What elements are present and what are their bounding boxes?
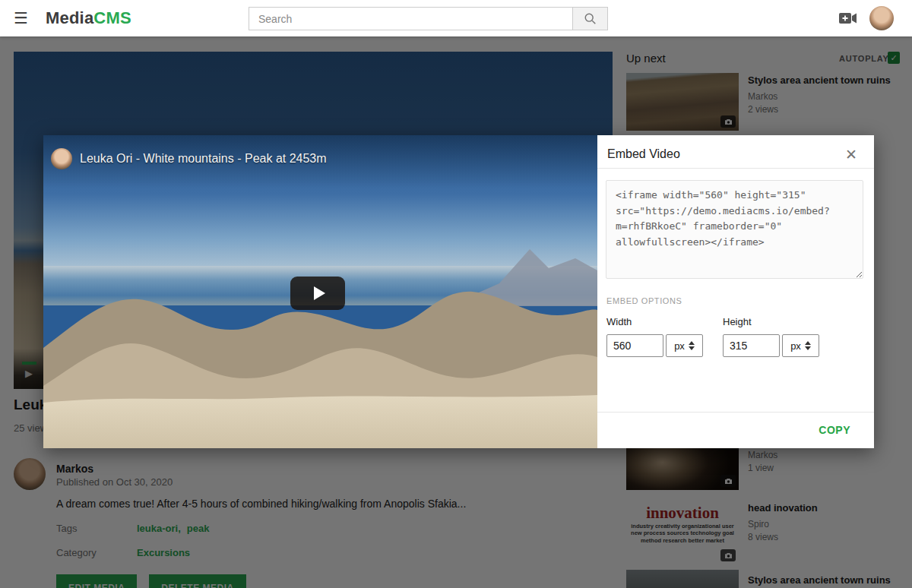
stepper-arrows-icon xyxy=(689,341,695,350)
height-input[interactable] xyxy=(723,334,780,357)
height-label: Height xyxy=(723,316,819,327)
height-unit-select[interactable]: px xyxy=(782,334,819,357)
play-icon xyxy=(314,286,325,300)
divider xyxy=(597,168,874,169)
embed-panel: Embed Video ✕ <iframe width="560" height… xyxy=(597,135,874,448)
copy-button[interactable]: COPY xyxy=(819,424,850,436)
stepper-arrows-icon xyxy=(805,341,811,350)
upload-media-button[interactable] xyxy=(839,12,857,27)
embed-video-modal: Leuka Ori - White mountains - Peak at 24… xyxy=(43,135,874,448)
search-button[interactable] xyxy=(572,7,608,30)
embed-code-textarea[interactable]: <iframe width="560" height="315" src="ht… xyxy=(606,180,863,279)
video-add-icon xyxy=(839,12,857,24)
divider xyxy=(597,412,874,413)
play-button[interactable] xyxy=(290,277,345,310)
embed-options-label: EMBED OPTIONS xyxy=(606,296,682,305)
search-input[interactable] xyxy=(249,7,572,30)
embed-preview-player[interactable]: Leuka Ori - White mountains - Peak at 24… xyxy=(43,135,597,448)
search-icon xyxy=(584,12,597,26)
width-input[interactable] xyxy=(606,334,663,357)
top-navbar: ☰ MediaCMS xyxy=(0,0,912,36)
width-group: Width px xyxy=(606,316,703,357)
search-bar xyxy=(249,7,608,30)
unit-label: px xyxy=(674,340,685,352)
logo-cms-text: CMS xyxy=(93,8,131,27)
user-avatar[interactable] xyxy=(869,6,894,30)
preview-video-title: Leuka Ori - White mountains - Peak at 24… xyxy=(80,152,327,166)
height-group: Height px xyxy=(723,316,819,357)
channel-avatar[interactable] xyxy=(51,148,72,169)
modal-title: Embed Video xyxy=(607,147,680,161)
mediacms-logo[interactable]: MediaCMS xyxy=(46,8,131,28)
menu-icon[interactable]: ☰ xyxy=(14,9,28,27)
unit-label: px xyxy=(790,340,801,352)
width-unit-select[interactable]: px xyxy=(666,334,703,357)
width-label: Width xyxy=(606,316,703,327)
logo-media-text: Media xyxy=(46,8,93,27)
close-icon[interactable]: ✕ xyxy=(845,146,857,163)
